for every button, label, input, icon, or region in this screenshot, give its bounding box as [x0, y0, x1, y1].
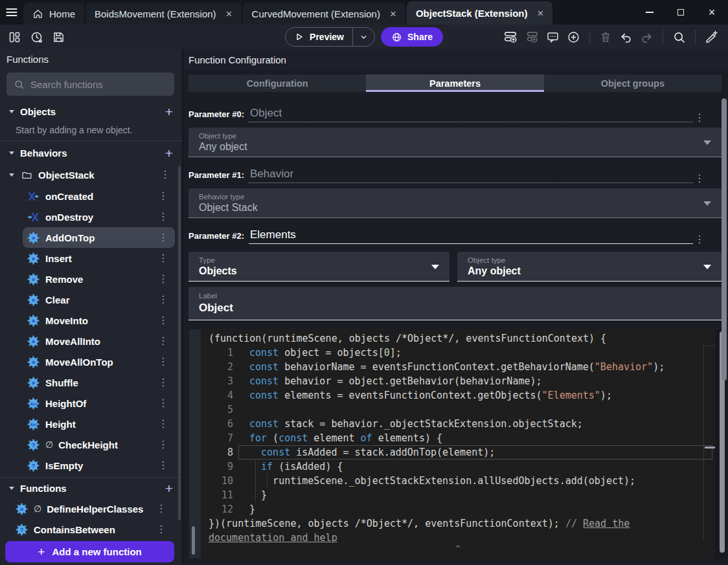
kebab-menu-icon[interactable]: ⋮ [156, 232, 170, 243]
code-line[interactable]: 1const object = objects[0]; [201, 346, 715, 360]
kebab-menu-icon[interactable]: ⋮ [156, 419, 170, 429]
code-editor[interactable]: (function(runtimeScene, objects /*Object… [201, 329, 727, 559]
add-event-icon[interactable] [503, 30, 518, 44]
code-line[interactable]: (function(runtimeScene, objects /*Object… [201, 331, 715, 346]
history-icon[interactable] [30, 30, 43, 44]
function-item-checkheight[interactable]: ? ∅ CheckHeight ⋮ [23, 434, 175, 455]
function-item-height[interactable]: f(x) Height ⋮ [23, 414, 175, 434]
kebab-menu-icon[interactable]: ⋮ [158, 170, 172, 180]
close-icon[interactable]: × [226, 8, 233, 19]
kebab-menu-icon[interactable]: ⋮ [156, 460, 170, 471]
close-icon[interactable]: × [390, 8, 396, 19]
kebab-menu-icon[interactable]: ⋮ [154, 504, 168, 514]
save-icon[interactable] [52, 30, 65, 44]
window-minimize-button[interactable] [644, 6, 655, 18]
tab-object-groups[interactable]: Object groups [544, 74, 722, 92]
code-line[interactable]: 5 [201, 403, 715, 417]
editor-expand-caret[interactable]: ^ [455, 542, 460, 556]
editor-left-scroll-thumb[interactable] [192, 526, 195, 555]
function-item-containsbetween[interactable]: ? ContainsBetween ⋮ [9, 519, 175, 540]
kebab-menu-icon[interactable]: ⋮ [156, 315, 170, 326]
documentation-link[interactable]: Read the [583, 518, 630, 529]
parameter-1-name-input[interactable]: Behavior [249, 168, 693, 183]
hamburger-menu-icon[interactable] [0, 0, 23, 25]
tab-home[interactable]: Home [23, 3, 84, 25]
kebab-menu-icon[interactable]: ⋮ [156, 398, 170, 408]
preview-button[interactable]: Preview [285, 27, 375, 47]
tab-parameters[interactable]: Parameters [366, 74, 543, 92]
code-line[interactable]: 9 if (isAdded) { [201, 460, 715, 474]
label-field[interactable]: Label Object [188, 287, 722, 320]
sidebar-scrollbar[interactable] [178, 166, 181, 520]
parameter-2-name-input[interactable]: Elements [249, 228, 693, 244]
window-close-button[interactable]: × [706, 6, 718, 18]
documentation-link[interactable]: documentation and help [209, 532, 337, 544]
search-functions-box[interactable] [6, 72, 174, 96]
object-type-select[interactable]: Object type Any object [188, 127, 722, 157]
type-select[interactable]: Type Objects [188, 252, 449, 282]
close-icon[interactable]: × [537, 8, 543, 19]
undo-icon[interactable] [619, 30, 633, 44]
function-item-heightof[interactable]: f(x) HeightOf ⋮ [23, 393, 175, 414]
add-comment-icon[interactable] [546, 30, 560, 44]
kebab-menu-icon[interactable]: ⋮ [156, 377, 170, 388]
add-object-button[interactable]: + [165, 105, 173, 118]
objects-section-header[interactable]: Objects + [0, 100, 182, 122]
tab-curvedmovement[interactable]: CurvedMovement (Extension) × [243, 3, 405, 25]
add-subevent-icon[interactable] [525, 30, 539, 44]
add-circle-icon[interactable] [567, 30, 580, 44]
code-line[interactable]: 7for (const element of elements) { [201, 431, 715, 445]
tab-boidsmovement[interactable]: BoidsMovement (Extension) × [85, 3, 242, 25]
function-item-shuffle[interactable]: » Shuffle ⋮ [23, 372, 175, 393]
behavior-folder-objectstack[interactable]: ObjectStack ⋮ [6, 164, 175, 185]
function-item-moveallontop[interactable]: » MoveAllOnTop ⋮ [23, 351, 175, 372]
function-item-oncreated[interactable]: onCreated ⋮ [23, 186, 175, 206]
share-button[interactable]: Share [381, 27, 443, 47]
kebab-menu-icon[interactable]: ⋮ [156, 357, 170, 367]
redo-icon[interactable] [640, 30, 654, 44]
delete-icon[interactable] [599, 30, 612, 43]
function-item-moveallinto[interactable]: » MoveAllInto ⋮ [23, 331, 175, 351]
kebab-menu-icon[interactable]: ⋮ [156, 191, 170, 201]
code-line[interactable]: 3const behavior = object.getBehavior(beh… [201, 374, 715, 388]
behaviors-section-header[interactable]: Behaviors + [0, 142, 182, 164]
kebab-menu-icon[interactable]: ⋮ [694, 111, 705, 124]
add-behavior-button[interactable]: + [165, 146, 173, 160]
code-line[interactable]: 12} [201, 502, 715, 516]
add-new-function-button[interactable]: + Add a new function [5, 541, 174, 562]
function-item-moveinto[interactable]: » MoveInto ⋮ [23, 310, 175, 331]
panel-scrollbar-thumb[interactable] [722, 98, 727, 381]
code-line[interactable]: })(runtimeScene, objects /*Object*/, eve… [201, 516, 715, 531]
function-item-addontop[interactable]: » AddOnTop ⋮ [23, 227, 175, 248]
code-line[interactable]: 8 const isAdded = stack.addOnTop(element… [201, 445, 715, 460]
function-item-ondestroy[interactable]: onDestroy ⋮ [23, 206, 175, 227]
function-item-definehelperclasses[interactable]: » ∅ DefineHelperClasses ⋮ [9, 498, 175, 519]
function-item-isempty[interactable]: ? IsEmpty ⋮ [23, 455, 175, 476]
code-line[interactable]: 10 runtimeScene._objectStackExtension.al… [201, 474, 715, 488]
kebab-menu-icon[interactable]: ⋮ [154, 524, 168, 535]
behavior-type-select[interactable]: Behavior type Object Stack [188, 188, 722, 218]
tab-configuration[interactable]: Configuration [188, 74, 366, 92]
panels-layout-icon[interactable] [8, 30, 21, 44]
tab-objectstack[interactable]: ObjectStack (Extension) × [407, 1, 552, 25]
kebab-menu-icon[interactable]: ⋮ [156, 253, 170, 263]
kebab-menu-icon[interactable]: ⋮ [156, 336, 170, 346]
object-type-select-2[interactable]: Object type Any object [457, 252, 722, 282]
function-item-clear[interactable]: » Clear ⋮ [23, 289, 175, 310]
editor-content[interactable]: (function(runtimeScene, objects /*Object… [201, 329, 715, 559]
add-function-plus-button[interactable]: + [165, 482, 173, 495]
kebab-menu-icon[interactable]: ⋮ [156, 294, 170, 305]
code-line[interactable]: 4const elements = eventsFunctionContext.… [201, 388, 715, 403]
kebab-menu-icon[interactable]: ⋮ [156, 439, 170, 450]
preview-options-button[interactable] [353, 33, 374, 41]
code-line[interactable]: 11 } [201, 488, 715, 502]
function-item-remove[interactable]: » Remove ⋮ [23, 269, 175, 289]
functions-section-header[interactable]: Functions + [0, 478, 182, 498]
kebab-menu-icon[interactable]: ⋮ [156, 274, 170, 284]
code-line[interactable]: 6const stack = behavior._objectStackExte… [201, 417, 715, 431]
window-maximize-button[interactable] [675, 6, 687, 18]
code-line[interactable]: 2const behaviorName = eventsFunctionCont… [201, 360, 715, 374]
kebab-menu-icon[interactable]: ⋮ [694, 172, 705, 184]
parameter-0-name-input[interactable]: Object [249, 107, 693, 122]
search-input[interactable] [30, 79, 167, 90]
